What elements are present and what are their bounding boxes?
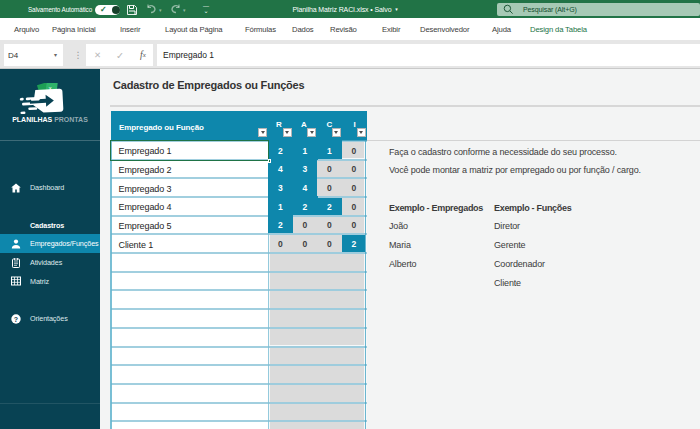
svg-text:?: ? (14, 315, 18, 322)
